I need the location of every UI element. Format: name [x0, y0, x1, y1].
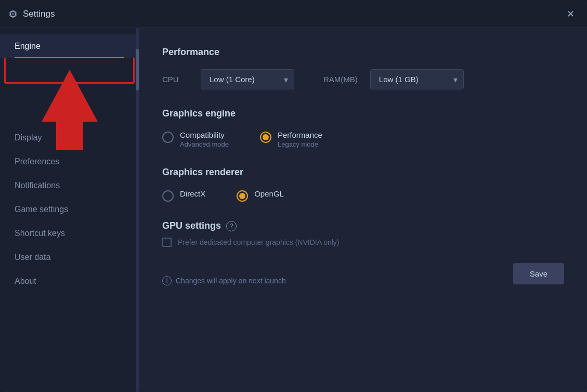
- directx-radio[interactable]: [162, 190, 174, 202]
- sidebar-item-game-settings[interactable]: Game settings: [0, 198, 139, 221]
- graphics-renderer-section: Graphics renderer DirectX OpenGL: [162, 167, 564, 202]
- ram-dropdown[interactable]: Low (1 GB) Medium (2 GB) High (4 GB): [370, 69, 464, 89]
- directx-option[interactable]: DirectX: [162, 189, 205, 202]
- gpu-title: GPU settings: [162, 220, 221, 231]
- directx-label: DirectX: [180, 189, 205, 198]
- graphics-engine-options: Compatibility Advanced mode Performance …: [162, 130, 564, 148]
- performance-title: Performance: [162, 47, 564, 58]
- performance-radio[interactable]: [260, 132, 271, 143]
- scrollbar-thumb[interactable]: [136, 49, 139, 90]
- performance-sublabel: Legacy mode: [278, 140, 322, 148]
- sidebar-item-preferences[interactable]: Preferences: [0, 150, 139, 174]
- ram-dropdown-wrapper: Low (1 GB) Medium (2 GB) High (4 GB): [370, 69, 464, 89]
- scrollbar-track: [136, 28, 139, 392]
- sidebar-item-about[interactable]: About: [0, 269, 139, 293]
- opengl-radio[interactable]: [237, 190, 248, 202]
- sidebar-item-user-data[interactable]: User data: [0, 245, 139, 269]
- save-button[interactable]: Save: [513, 263, 564, 284]
- graphics-renderer-title: Graphics renderer: [162, 167, 564, 178]
- gpu-title-row: GPU settings ?: [162, 220, 564, 231]
- info-text: Changes will apply on next launch: [176, 277, 286, 285]
- gpu-checkbox-row: Prefer dedicated computer graphics (NVID…: [162, 238, 564, 247]
- info-row: i Changes will apply on next launch: [162, 276, 286, 285]
- cpu-row: CPU Low (1 Core) Medium (2 Cores) High (…: [162, 69, 564, 89]
- sidebar-item-shortcut-keys[interactable]: Shortcut keys: [0, 221, 139, 245]
- engine-highlight: [4, 57, 135, 84]
- sidebar-item-engine[interactable]: Engine: [0, 34, 139, 58]
- opengl-label: OpenGL: [254, 189, 284, 198]
- titlebar: ⚙ Settings ✕: [0, 0, 587, 28]
- main-content: Performance CPU Low (1 Core) Medium (2 C…: [139, 28, 587, 392]
- settings-icon: ⚙: [8, 8, 18, 20]
- compatibility-label: Compatibility: [180, 130, 229, 139]
- sidebar: Engine Display Preferences Notifications…: [0, 28, 139, 392]
- bottom-row: i Changes will apply on next launch Save: [162, 262, 564, 285]
- cpu-dropdown[interactable]: Low (1 Core) Medium (2 Cores) High (4 Co…: [201, 69, 294, 89]
- cpu-label: CPU: [162, 75, 188, 84]
- close-button[interactable]: ✕: [563, 6, 579, 22]
- sidebar-item-notifications[interactable]: Notifications: [0, 174, 139, 198]
- gpu-checkbox[interactable]: [162, 238, 172, 247]
- compatibility-option[interactable]: Compatibility Advanced mode: [162, 130, 229, 148]
- cpu-dropdown-wrapper: Low (1 Core) Medium (2 Cores) High (4 Co…: [201, 69, 294, 89]
- gpu-checkbox-label: Prefer dedicated computer graphics (NVID…: [178, 238, 339, 246]
- window-title: Settings: [23, 9, 563, 19]
- graphics-engine-section: Graphics engine Compatibility Advanced m…: [162, 108, 564, 148]
- performance-option[interactable]: Performance Legacy mode: [260, 130, 322, 148]
- performance-section: Performance CPU Low (1 Core) Medium (2 C…: [162, 47, 564, 89]
- compatibility-radio[interactable]: [162, 132, 174, 143]
- opengl-option[interactable]: OpenGL: [237, 189, 284, 202]
- graphics-renderer-options: DirectX OpenGL: [162, 189, 564, 202]
- gpu-settings-section: GPU settings ? Prefer dedicated computer…: [162, 220, 564, 247]
- performance-label: Performance: [278, 130, 322, 139]
- compatibility-sublabel: Advanced mode: [180, 140, 229, 148]
- ram-label: RAM(MB): [323, 75, 358, 84]
- content-area: Engine Display Preferences Notifications…: [0, 28, 587, 392]
- settings-window: ⚙ Settings ✕ Engine Display Preferences …: [0, 0, 587, 392]
- gpu-help-icon[interactable]: ?: [226, 221, 237, 231]
- sidebar-item-display[interactable]: Display: [0, 126, 139, 150]
- graphics-engine-title: Graphics engine: [162, 108, 564, 119]
- info-icon: i: [162, 276, 172, 285]
